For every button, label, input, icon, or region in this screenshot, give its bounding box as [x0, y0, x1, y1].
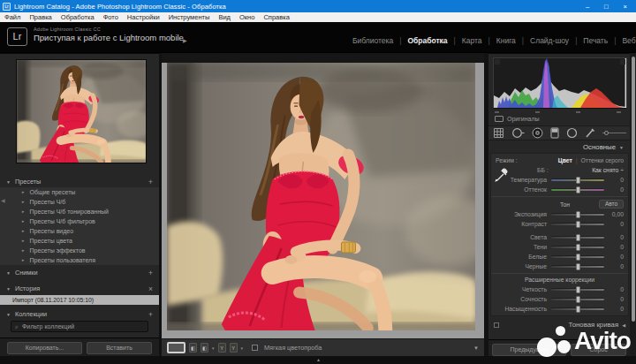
- chevron-down-icon[interactable]: ▾: [241, 345, 244, 351]
- menu-item[interactable]: Файл: [4, 13, 20, 21]
- preset-item[interactable]: ►Пресеты Ч/б фильтров: [0, 216, 159, 226]
- slider-track[interactable]: [551, 223, 604, 225]
- slider-track[interactable]: [551, 236, 604, 239]
- slider-track[interactable]: [551, 178, 604, 181]
- add-snapshot-icon[interactable]: +: [148, 269, 153, 277]
- soft-proof-checkbox[interactable]: [252, 345, 258, 351]
- module-tab[interactable]: Веб: [616, 36, 636, 45]
- maximize-button[interactable]: □: [604, 3, 609, 11]
- slider-handle[interactable]: [576, 221, 580, 228]
- wb-preset-dropdown[interactable]: Как снято ÷: [592, 167, 624, 173]
- spot-removal-icon[interactable]: [511, 127, 525, 139]
- module-tab[interactable]: Карта: [456, 36, 488, 45]
- loupe-view-button[interactable]: [167, 342, 186, 353]
- toolbar-options-icon[interactable]: ▼: [473, 345, 479, 351]
- slider-row: Четкость0: [491, 284, 628, 294]
- slider-handle[interactable]: [576, 186, 580, 193]
- preset-item[interactable]: ►Пресеты видео: [0, 226, 159, 236]
- compare-before-button[interactable]: Y: [218, 343, 226, 353]
- before-after-top-bottom-button[interactable]: ◧: [201, 343, 208, 353]
- collections-filter-input[interactable]: ⌕ Фильтр коллекций: [11, 321, 148, 332]
- slider-value: 0,00: [604, 211, 624, 217]
- module-tab[interactable]: Обработка: [401, 36, 453, 45]
- mode-color-option[interactable]: Цвет: [558, 157, 572, 163]
- menu-item[interactable]: Инструменты: [169, 13, 210, 21]
- clear-history-icon[interactable]: ×: [148, 284, 153, 293]
- slider-handle[interactable]: [576, 177, 580, 184]
- module-tab[interactable]: Библиотека: [346, 36, 399, 45]
- slider-handle[interactable]: [576, 263, 580, 270]
- history-entry-selected[interactable]: Импорт (08.11.2017 10:05:10): [0, 295, 159, 305]
- copy-button[interactable]: Копировать...: [7, 342, 82, 354]
- menu-item[interactable]: Вид: [218, 13, 231, 21]
- wb-eyedropper-icon[interactable]: [495, 167, 511, 183]
- module-tab[interactable]: Печать: [577, 36, 614, 45]
- shadow-clipping-icon[interactable]: [495, 59, 500, 64]
- slider-handle[interactable]: [576, 244, 580, 251]
- presets-section-header[interactable]: ▼ Пресеты +: [0, 176, 159, 187]
- slider-track[interactable]: [551, 307, 604, 310]
- compare-after-button[interactable]: Y: [230, 343, 238, 353]
- history-section-header[interactable]: ▼ История ×: [0, 283, 159, 294]
- preset-item[interactable]: ►Пресеты цвета: [0, 236, 159, 246]
- filmstrip-toggle-icon[interactable]: ▲: [316, 357, 321, 362]
- paste-button[interactable]: Вставить: [87, 342, 152, 354]
- slider-track[interactable]: [551, 246, 604, 248]
- chevron-down-icon[interactable]: ▾: [212, 345, 215, 351]
- menu-item[interactable]: Окно: [239, 13, 254, 21]
- tone-label: Тон: [496, 201, 599, 208]
- slider-track[interactable]: [551, 265, 604, 268]
- menu-item[interactable]: Правка: [29, 13, 51, 21]
- slider-handle[interactable]: [576, 286, 580, 293]
- avito-logo-dot: [556, 326, 565, 336]
- brush-tool-icon[interactable]: [585, 127, 595, 139]
- slider-track[interactable]: [551, 188, 604, 191]
- preset-item[interactable]: ►Пресеты пользователя: [0, 255, 159, 265]
- module-tab[interactable]: Книга: [490, 36, 522, 45]
- slider-track[interactable]: [551, 255, 604, 258]
- crop-tool-icon[interactable]: [493, 127, 504, 139]
- slider-handle[interactable]: [576, 306, 580, 313]
- slider-handle[interactable]: [576, 296, 580, 303]
- mode-grayscale-option[interactable]: Оттенки серого: [581, 157, 624, 163]
- slider-track[interactable]: [551, 298, 604, 300]
- red-eye-icon[interactable]: [532, 127, 543, 139]
- identity-expand-icon[interactable]: ▶: [183, 37, 187, 43]
- menu-item[interactable]: Обработка: [61, 13, 95, 21]
- scrollbar-thumb[interactable]: [632, 57, 635, 322]
- slider-handle[interactable]: [576, 211, 580, 218]
- navigator-thumbnail[interactable]: [16, 59, 147, 163]
- menu-item[interactable]: Фото: [103, 13, 118, 21]
- module-tab[interactable]: Слайд-шоу: [524, 36, 575, 45]
- slider-handle[interactable]: [576, 254, 580, 261]
- preset-item[interactable]: ►Пресеты эффектов: [0, 246, 159, 255]
- slider-track[interactable]: [551, 213, 604, 216]
- highlight-clipping-icon[interactable]: [620, 59, 625, 64]
- preset-item[interactable]: ►Пресеты Ч/б тонированный: [0, 207, 159, 216]
- slider-handle[interactable]: [576, 234, 580, 241]
- add-collection-icon[interactable]: +: [148, 310, 153, 319]
- slider-track[interactable]: [551, 288, 604, 291]
- histogram[interactable]: [493, 57, 627, 109]
- disclosure-triangle-icon: ►: [21, 229, 25, 233]
- preset-item[interactable]: ►Общие пресеты: [0, 187, 159, 197]
- close-button[interactable]: ×: [624, 3, 627, 11]
- disclosure-triangle-icon: ►: [21, 190, 25, 194]
- basic-panel-header[interactable]: Основные▼: [583, 143, 624, 151]
- menu-item[interactable]: Настройки: [127, 13, 160, 21]
- add-preset-icon[interactable]: +: [148, 178, 153, 186]
- right-scrollbar[interactable]: [630, 53, 636, 364]
- collections-section-header[interactable]: ▼ Коллекции +: [0, 308, 159, 320]
- snapshots-section-header[interactable]: ▼ Снимки +: [0, 267, 159, 278]
- preset-item[interactable]: ►Пресеты Ч/б: [0, 197, 159, 207]
- tool-amount-slider[interactable]: [602, 133, 626, 133]
- menu-item[interactable]: Справка: [263, 13, 289, 21]
- graduated-filter-icon[interactable]: [550, 127, 559, 139]
- main-photo[interactable]: [167, 63, 475, 330]
- auto-tone-button[interactable]: Авто: [599, 200, 624, 209]
- minimize-button[interactable]: –: [586, 3, 589, 11]
- before-after-left-right-button[interactable]: ◧: [189, 343, 197, 353]
- collapse-left-panel-icon[interactable]: ◀: [1, 197, 5, 203]
- radial-filter-icon[interactable]: [566, 127, 578, 139]
- preset-item-label: Пресеты цвета: [29, 238, 72, 244]
